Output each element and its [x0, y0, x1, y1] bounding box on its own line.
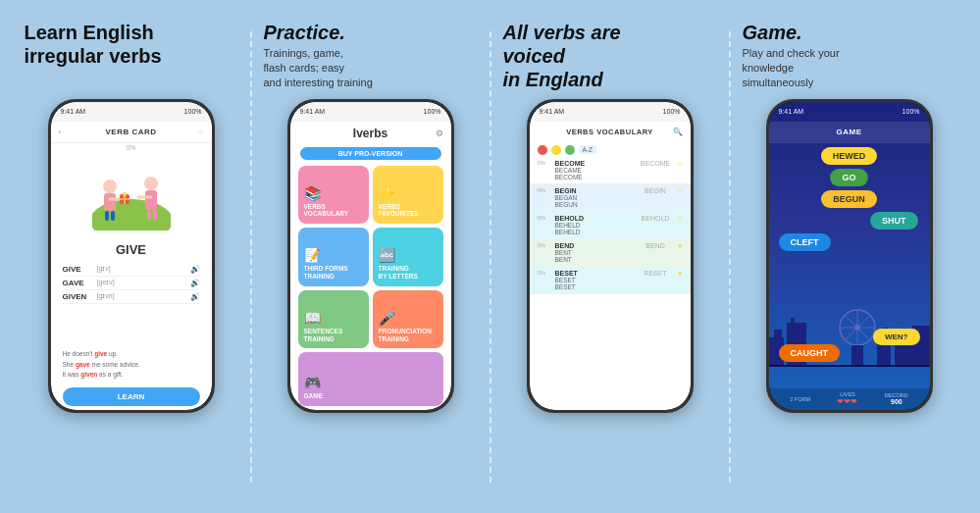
gear-icon[interactable]: ⚙ [436, 128, 443, 138]
vli-trans-4: BEND [639, 242, 673, 249]
vli-prog-2: 0% [538, 187, 551, 193]
vli-forms-4: BEND BENT BENT [555, 242, 635, 263]
game-word-cleft[interactable]: CLEFT [779, 233, 831, 251]
game-word-caught[interactable]: CAUGHT [779, 344, 841, 362]
filter-az[interactable]: A-Z [579, 145, 596, 154]
back-arrow-icon[interactable]: ‹ [59, 128, 62, 136]
verb-row-2: GAVE [geɪv] 🔊 [63, 277, 200, 290]
sentences-label: SENTENCESTRAINING [304, 328, 343, 343]
game-word-begun[interactable]: BEGUN [821, 190, 877, 208]
vli-forms-2: BEGIN BEGAN BEGUN [555, 187, 635, 208]
vli-prog-1: 0% [538, 160, 551, 166]
vli-star-3[interactable]: ☆ [677, 215, 683, 223]
panel3-title: All verbs are voiced in England [503, 21, 621, 91]
learn-button[interactable]: LEARN [63, 387, 200, 406]
verb-item-begin[interactable]: 0% BEGIN BEGAN BEGUN BEGIN ☆ [530, 184, 691, 212]
phone3-screen: 9:41 AM 100% VERBS VOCABULARY 🔍 A-Z [530, 102, 691, 410]
vli-f1-3: BEHOLD [555, 215, 635, 222]
verb-item-beset[interactable]: 0% BESET BESET BESET RESET ★ [530, 267, 691, 294]
menu-item-third-forms[interactable]: 📝 THIRD FORMSTRAINING [298, 228, 369, 286]
game-word-wen[interactable]: WEN? [873, 329, 920, 345]
game-word-go[interactable]: GO [830, 169, 867, 186]
progress-text: 0% [51, 143, 212, 152]
game-header-title: GAME [837, 128, 862, 136]
svg-rect-9 [111, 211, 115, 221]
menu-item-favourites[interactable]: ⭐ VERBSFAVOURITES [373, 166, 443, 225]
third-icon: 📝 [304, 247, 321, 263]
sound-icon-1[interactable]: 🔊 [190, 265, 200, 274]
vli-star-4[interactable]: ★ [677, 242, 683, 250]
verb-item-behold[interactable]: 0% BEHOLD BEHELD BEHELD BEHOLD ☆ [530, 212, 691, 239]
menu-item-sentences[interactable]: 📖 SENTENCESTRAINING [298, 290, 369, 349]
sound-icon-2[interactable]: 🔊 [190, 279, 200, 287]
verb-forms-list: GIVE [gɪv] 🔊 GAVE [geɪv] 🔊 GIVEN [gɪvn] [51, 259, 212, 347]
vli-star-1[interactable]: ☆ [677, 160, 683, 168]
menu-item-letters[interactable]: 🔤 TRAININGBY LETTERS [373, 228, 443, 286]
game-label: GAME [304, 392, 324, 400]
menu-item-game[interactable]: 🎮 GAME [298, 352, 443, 405]
verb-illustration-area [51, 152, 212, 240]
vli-prog-4: 0% [538, 242, 551, 248]
vli-trans-1: BECOME [639, 160, 673, 167]
sound-icon-3[interactable]: 🔊 [190, 292, 200, 301]
letters-icon: 🔤 [379, 247, 395, 263]
menu-item-pronunciation[interactable]: 🎤 PRONUNCIATIONTRAINING [373, 290, 443, 349]
game-lives: LIVES ❤❤❤ [837, 391, 857, 406]
vli-forms-5: BESET BESET BESET [555, 270, 635, 290]
panel-4: Game. Play and check your knowledge simu… [731, 15, 968, 419]
svg-rect-31 [769, 365, 930, 367]
panel2-text: Practice. Trainings, game, flash cards; … [256, 21, 486, 99]
vli-f3-5: BESET [555, 283, 635, 290]
phone-1: 9:41 AM 100% ‹ VERB CARD ☆ 0% [48, 99, 215, 413]
vli-prog-3: 0% [538, 215, 551, 221]
verb-item-become[interactable]: 0% BECOME BECAME BECOME BECOME ☆ [530, 157, 691, 184]
vli-star-2[interactable]: ☆ [677, 187, 683, 195]
vli-star-5[interactable]: ★ [677, 270, 683, 278]
battery4: 100% [903, 108, 920, 115]
verb-phonetic-2: [geɪv] [97, 279, 190, 286]
phone1-header: ‹ VERB CARD ☆ [51, 122, 212, 143]
game-word-shut[interactable]: SHUT [870, 212, 918, 230]
vli-f2-4: BENT [555, 249, 635, 256]
game-word-hewed[interactable]: HEWED [821, 147, 878, 165]
phone4-header: GAME [769, 122, 930, 143]
verb-item-bend[interactable]: 0% BEND BENT BENT BEND ★ [530, 239, 691, 267]
svg-rect-16 [774, 330, 782, 337]
phone3-header: VERBS VOCABULARY 🔍 [530, 122, 691, 143]
verb-card-title: VERB CARD [105, 128, 156, 136]
battery3: 100% [663, 108, 681, 115]
game-form-info: 2 FORM [790, 396, 810, 402]
vli-f1-4: BEND [555, 242, 635, 249]
vli-f1-1: BECOME [555, 160, 635, 167]
star-icon[interactable]: ☆ [197, 128, 204, 136]
panel-3: All verbs are voiced in England 9:41 AM … [491, 15, 729, 419]
panel4-subtitle: Play and check your knowledge simultaneo… [743, 46, 840, 91]
phone2-screen: 9:41 AM 100% Iverbs ⚙ BUY PRO-VERSION 📚 … [290, 102, 451, 410]
main-word: GIVE [51, 240, 212, 259]
vli-f2-3: BEHELD [555, 222, 635, 229]
search-icon[interactable]: 🔍 [673, 128, 683, 136]
svg-rect-8 [105, 211, 109, 221]
app-container: Learn English irregular verbs 9:41 AM 10… [0, 0, 980, 513]
phone1-screen: 9:41 AM 100% ‹ VERB CARD ☆ 0% [51, 102, 212, 410]
record-value: 900 [891, 398, 903, 405]
vli-trans-3: BEHOLD [639, 215, 673, 222]
verb-name-2: GAVE [63, 279, 97, 287]
pro-button[interactable]: BUY PRO-VERSION [300, 147, 441, 160]
menu-item-vocab[interactable]: 📚 VERBSVOCABULARY [298, 166, 369, 225]
phone4-statusbar: 9:41 AM 100% [769, 102, 930, 122]
vli-f2-1: BECAME [555, 167, 635, 174]
panel4-text: Game. Play and check your knowledge simu… [735, 21, 964, 99]
filter-dot-yellow [551, 145, 561, 155]
vli-prog-5: 0% [538, 270, 551, 276]
game-icon: 🎮 [304, 375, 321, 390]
vli-f2-2: BEGAN [555, 194, 635, 201]
heart-icon: ❤❤❤ [837, 397, 857, 406]
verb-row-3: GIVEN [gɪvn] 🔊 [63, 290, 200, 304]
vli-trans-2: BEGIN [639, 187, 673, 194]
battery2: 100% [424, 108, 441, 115]
vocab-label: VERBSVOCABULARY [304, 203, 349, 219]
time2: 9:41 AM [300, 108, 326, 115]
vli-forms-1: BECOME BECAME BECOME [555, 160, 635, 180]
phone2-header: Iverbs ⚙ [290, 122, 451, 145]
